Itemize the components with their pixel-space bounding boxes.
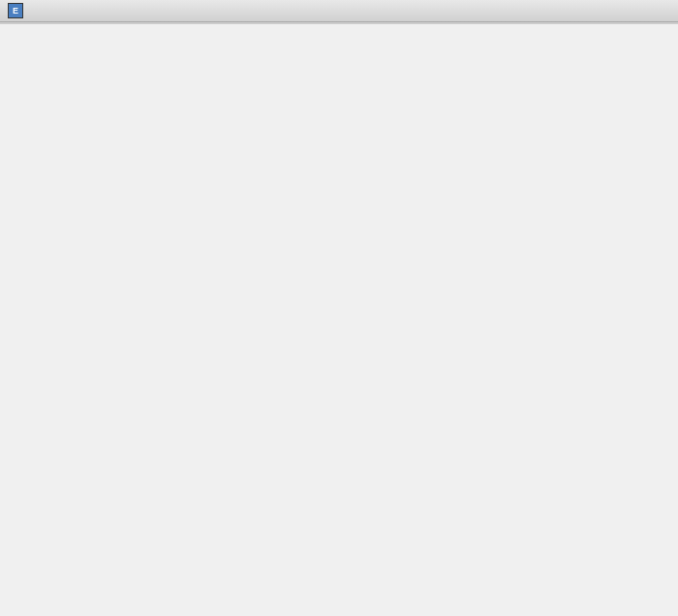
app-icon: E (8, 3, 23, 18)
title-bar: E (0, 0, 678, 22)
valve-grid (0, 22, 678, 24)
